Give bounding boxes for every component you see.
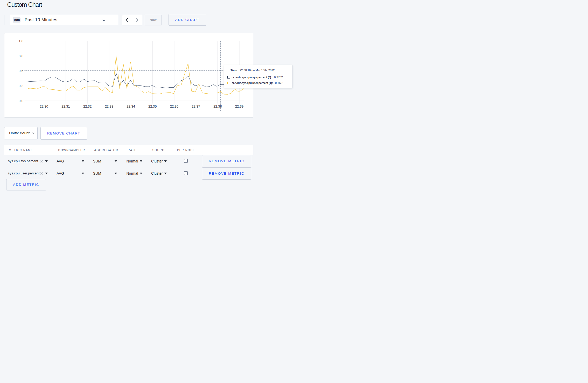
svg-text:0.3: 0.3 — [19, 84, 23, 88]
svg-text:22:39: 22:39 — [235, 104, 244, 108]
svg-text:0.0: 0.0 — [19, 99, 23, 103]
svg-text:22:31: 22:31 — [61, 104, 70, 108]
svg-text:0.5: 0.5 — [19, 69, 23, 73]
svg-text:22:36: 22:36 — [170, 104, 179, 108]
svg-text:22:30: 22:30 — [40, 104, 48, 108]
svg-text:22:34: 22:34 — [127, 104, 135, 108]
svg-text:22:33: 22:33 — [105, 104, 114, 108]
svg-text:0.8: 0.8 — [19, 54, 23, 58]
svg-text:22:38: 22:38 — [213, 104, 222, 108]
svg-text:1.0: 1.0 — [19, 39, 23, 43]
svg-text:22:37: 22:37 — [192, 104, 200, 108]
svg-text:22:35: 22:35 — [148, 104, 157, 108]
svg-text:22:32: 22:32 — [83, 104, 92, 108]
